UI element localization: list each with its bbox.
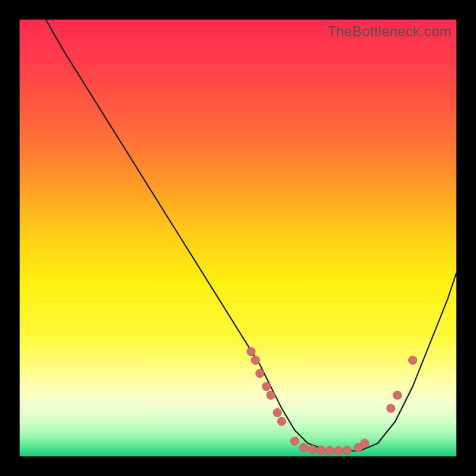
background-gradient (20, 20, 456, 456)
svg-rect-0 (20, 20, 456, 456)
chart-frame: TheBottleneck.com (20, 20, 456, 456)
watermark-text: TheBottleneck.com (327, 23, 452, 40)
